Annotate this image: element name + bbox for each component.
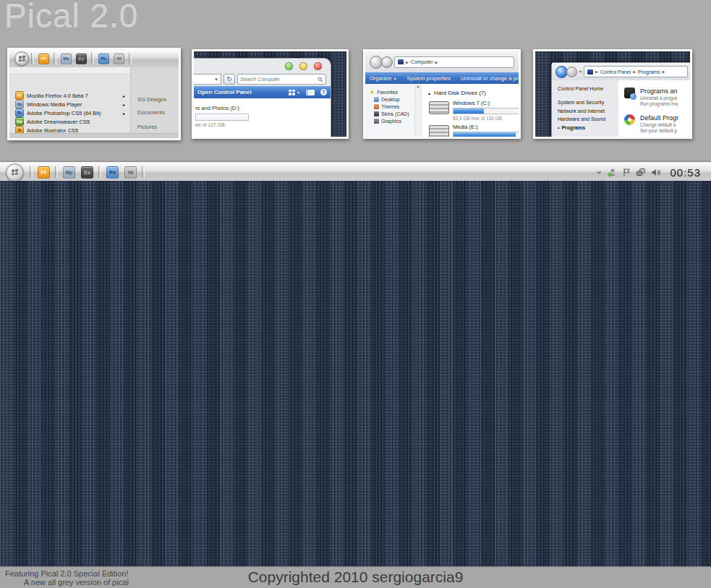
explorer-taskbar-icon[interactable]: Ex <box>76 54 87 64</box>
sidebar-item-desktop[interactable]: Desktop <box>365 95 414 103</box>
search-input[interactable] <box>240 77 318 82</box>
nav-hardware-sound[interactable]: Hardware and Sound <box>558 116 624 122</box>
messenger-status-icon[interactable] <box>608 168 617 177</box>
photoshop-taskbar-icon[interactable]: Ps <box>98 54 109 64</box>
start-menu-item[interactable]: DwAdobe Dreamweaver CS5 <box>15 117 125 126</box>
drive-capacity-bar <box>453 108 521 114</box>
thumbnail-explorer-search: ▼ ↻ Open Control Panel ▼ ? rs and Photos… <box>192 49 349 139</box>
copyright-text: Copyrighted 2010 sergiogarcia9 <box>0 568 711 586</box>
messenger-taskbar-button[interactable]: iM <box>124 166 137 179</box>
address-bar[interactable]: ▶ Computer ▶ <box>394 56 514 68</box>
sidebar-item-themes[interactable]: Themes <box>365 103 414 110</box>
control-panel-icon <box>587 69 593 74</box>
close-button[interactable] <box>314 62 322 70</box>
media-player-taskbar-button[interactable]: Mp <box>63 166 75 179</box>
address-dropdown[interactable]: ▼ <box>194 74 221 85</box>
dreamweaver-icon: Dw <box>15 117 24 126</box>
minimize-button[interactable] <box>285 62 293 70</box>
network-icon[interactable] <box>636 168 646 177</box>
drive-row[interactable]: Media (E:) <box>429 124 521 139</box>
address-bar[interactable]: ▶ Control Panel ▶ Programs ▶ <box>584 66 688 77</box>
computer-icon <box>398 59 404 64</box>
nav-control-panel-home[interactable]: Control Panel Home <box>558 86 624 91</box>
organize-menu[interactable]: Organize ▼ <box>370 75 396 82</box>
nav-system-security[interactable]: System and Security <box>558 100 624 105</box>
views-icon <box>289 90 295 95</box>
taskbar: FF Mp Ex Ps iM 00:53 <box>0 162 711 182</box>
explorer-taskbar-button[interactable]: Ex <box>81 166 93 179</box>
firefox-taskbar-icon[interactable]: FF <box>38 54 49 64</box>
divider <box>30 166 33 178</box>
submenu-arrow-icon: ▸ <box>123 102 125 107</box>
forward-button[interactable] <box>566 67 577 77</box>
mini-taskbar: FF Mp Ex Ps iM <box>9 50 179 68</box>
start-button[interactable] <box>6 163 24 182</box>
window-chrome: ▶ Computer ▶ <box>365 51 519 72</box>
help-icon[interactable]: ? <box>320 89 327 95</box>
breadcrumb-control-panel[interactable]: Control Panel <box>600 69 631 74</box>
start-menu-item[interactable]: FFMozilla Firefox 4.0 Beta 7▸ <box>15 91 125 100</box>
breadcrumb-computer[interactable]: Computer <box>411 59 433 64</box>
place-pictures[interactable]: Pictures <box>137 124 157 130</box>
divider <box>55 166 58 178</box>
window-controls <box>285 62 322 70</box>
breadcrumb-arrow-icon: ▶ <box>435 60 438 64</box>
default-programs-entry[interactable]: Default Progr Change default s Set your … <box>624 114 691 133</box>
search-box <box>237 74 326 85</box>
open-control-panel-button[interactable]: Open Control Panel <box>197 89 252 95</box>
preview-pane-icon[interactable] <box>306 90 315 95</box>
drive-label[interactable]: rs and Photos (D:) <box>195 105 239 111</box>
drive-row[interactable]: Windows 7 (C:) 83,5 GB free of 133 GB <box>429 100 521 121</box>
sidebar-item-skins[interactable]: Skins (CAD) <box>365 110 414 117</box>
group-header[interactable]: ▲Hard Disk Drives (7) <box>427 90 486 96</box>
star-icon: ★ <box>370 90 375 95</box>
taskbar-clock[interactable]: 00:53 <box>670 166 701 179</box>
show-hidden-icons-chevron[interactable] <box>595 169 603 176</box>
address-row: ▼ ↻ <box>194 74 326 85</box>
windows-logo-icon <box>19 56 25 62</box>
thumbnail-computer-window: ▶ Computer ▶ Organize ▼ System propertie… <box>363 49 521 139</box>
start-menu-item[interactable]: PsAdobe Photoshop CS5 (64 Bit)▸ <box>15 108 125 117</box>
media-player-taskbar-icon[interactable]: Mp <box>61 54 72 64</box>
forward-button[interactable] <box>381 56 393 68</box>
refresh-icon[interactable]: ↻ <box>223 74 235 85</box>
default-programs-icon <box>624 114 635 125</box>
uninstall-program-button[interactable]: Uninstall or change a progra <box>461 75 521 82</box>
breadcrumb-programs[interactable]: Programs <box>638 69 660 74</box>
control-panel-nav: Control Panel Home System and Security N… <box>552 80 624 138</box>
start-menu-footer <box>9 133 179 138</box>
programs-features-icon <box>624 88 635 98</box>
desktop[interactable] <box>0 181 711 566</box>
place-documents[interactable]: Documents <box>137 109 165 116</box>
desktop-icon <box>374 97 379 102</box>
scrollbar[interactable]: ▲ <box>415 84 422 137</box>
photoshop-taskbar-button[interactable]: Ps <box>106 166 119 179</box>
search-icon <box>318 77 323 82</box>
start-menu-item[interactable]: MpWindows Media Player▸ <box>15 100 125 108</box>
action-center-flag-icon[interactable] <box>622 168 631 177</box>
divider <box>31 53 34 64</box>
place-sg-designs[interactable]: SG Designs <box>137 96 166 103</box>
hard-drive-icon <box>429 101 449 114</box>
maximize-button[interactable] <box>299 62 307 70</box>
nav-network-internet[interactable]: Network and Internet <box>558 108 624 114</box>
explorer-window: ▼ ↻ Open Control Panel ▼ ? rs and Photos… <box>194 58 331 137</box>
control-panel-window: ← ▼ ▶ Control Panel ▶ Programs ▶ Control… <box>551 62 691 138</box>
messenger-taskbar-icon[interactable]: iM <box>114 54 124 64</box>
sidebar-item-favorites[interactable]: ★Favorites <box>365 88 414 95</box>
thumbnail-start-menu: FF Mp Ex Ps iM FFMozilla Firefox 4.0 Bet… <box>7 48 181 140</box>
chevron-down-icon: ▼ <box>214 77 218 82</box>
programs-and-features-entry[interactable]: Programs an Uninstall a progra Run progr… <box>624 88 691 106</box>
nav-programs-selected[interactable]: Programs <box>558 125 624 130</box>
volume-icon[interactable] <box>651 168 660 177</box>
sidebar-item-graphics[interactable]: Graphics <box>365 117 414 124</box>
control-panel-items: Programs an Uninstall a progra Run progr… <box>618 80 691 138</box>
system-properties-button[interactable]: System properties <box>406 75 450 82</box>
firefox-taskbar-button[interactable]: FF <box>38 166 50 179</box>
windows-logo-icon <box>12 169 18 176</box>
views-button[interactable]: ▼ <box>289 90 300 95</box>
page-title: Pical 2.0 <box>4 0 138 35</box>
start-orb-icon[interactable] <box>14 51 29 66</box>
drive-capacity-bar <box>453 132 521 138</box>
divider <box>98 166 101 178</box>
